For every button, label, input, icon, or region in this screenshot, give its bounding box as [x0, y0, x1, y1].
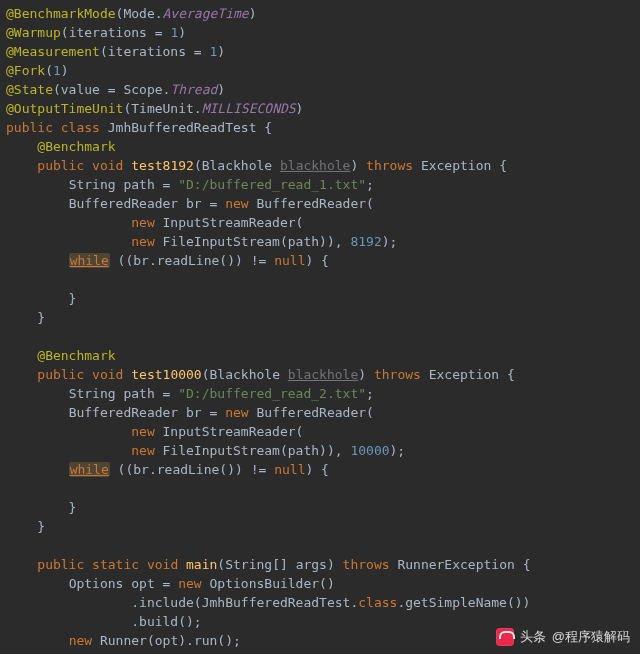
annotation: @BenchmarkMode: [6, 6, 116, 21]
annotation: @State: [6, 82, 53, 97]
watermark-source: 头条: [520, 627, 546, 646]
number-literal: 8192: [350, 234, 381, 249]
annotation: @Benchmark: [37, 348, 115, 363]
string-literal: "D:/buffered_read_1.txt": [178, 177, 366, 192]
string-literal: "D:/buffered_read_2.txt": [178, 386, 366, 401]
class-name: JmhBufferedReadTest: [108, 120, 257, 135]
watermark: 头条 @程序猿解码: [496, 627, 630, 646]
annotation: @Benchmark: [37, 139, 115, 154]
method-name: test10000: [131, 367, 201, 382]
annotation: @Measurement: [6, 44, 100, 59]
toutiao-logo-icon: [496, 628, 514, 646]
code-editor: @BenchmarkMode(Mode.AverageTime) @Warmup…: [0, 0, 640, 654]
number-literal: 10000: [350, 443, 389, 458]
annotation: @OutputTimeUnit: [6, 101, 123, 116]
method-name: main: [186, 557, 217, 572]
annotation: @Warmup: [6, 25, 61, 40]
annotation: @Fork: [6, 63, 45, 78]
keyword-while: while: [69, 462, 110, 477]
param-unused: blackhole: [288, 367, 358, 382]
keyword-while: while: [69, 253, 110, 268]
watermark-handle: @程序猿解码: [552, 627, 630, 646]
param-unused: blackhole: [280, 158, 350, 173]
method-name: test8192: [131, 158, 194, 173]
